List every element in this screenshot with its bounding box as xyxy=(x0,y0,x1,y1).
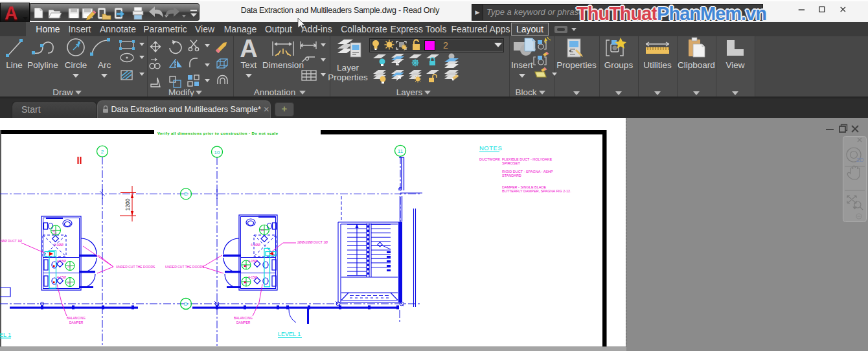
svg-text:Circle: Circle xyxy=(65,60,87,70)
svg-text:4-15Ø: 4-15Ø xyxy=(248,275,257,279)
svg-text:2Ø: 2Ø xyxy=(67,281,71,284)
svg-text:2ØØx2ØØ DUCT 1Ø: 2ØØx2ØØ DUCT 1Ø xyxy=(297,240,328,244)
svg-text:4-15Ø: 4-15Ø xyxy=(57,259,66,263)
svg-text:EL 1: EL 1 xyxy=(0,332,11,338)
svg-text:Draw: Draw xyxy=(52,87,73,96)
svg-text:BUTTERFLY DAMPER, SPAGNA FIG 2: BUTTERFLY DAMPER, SPAGNA FIG 2-12. xyxy=(502,189,571,193)
svg-text:4-15Ø: 4-15Ø xyxy=(57,275,66,279)
svg-text:Annotation: Annotation xyxy=(254,87,296,96)
svg-text:DUCTWORK: DUCTWORK xyxy=(479,157,501,161)
svg-text:Polyline: Polyline xyxy=(27,60,58,70)
svg-text:Properties: Properties xyxy=(556,60,597,70)
svg-text:2Ø: 2Ø xyxy=(67,265,71,268)
svg-text:Verify all dimensions prior to: Verify all dimensions prior to construct… xyxy=(157,131,279,135)
svg-text:SPIROSET: SPIROSET xyxy=(502,161,520,165)
svg-text:STANDARD: STANDARD xyxy=(502,174,521,177)
svg-text:1200: 1200 xyxy=(124,198,131,210)
svg-text:DAMPER: DAMPER xyxy=(236,321,251,324)
svg-text:Groups: Groups xyxy=(604,60,634,70)
svg-text:4Ø: 4Ø xyxy=(53,232,56,235)
svg-text:View: View xyxy=(725,60,744,70)
svg-text:Modify: Modify xyxy=(168,87,194,96)
svg-text:Properties: Properties xyxy=(328,73,368,82)
svg-text:BF: BF xyxy=(261,229,265,232)
svg-text:Layer: Layer xyxy=(337,63,359,73)
svg-text:2: 2 xyxy=(443,40,448,51)
svg-text:2Ø: 2Ø xyxy=(244,281,247,284)
svg-text:UNDER CUT THE DOORS: UNDER CUT THE DOORS xyxy=(165,265,205,269)
svg-text:Layers: Layers xyxy=(396,87,423,96)
svg-text:BALANCING: BALANCING xyxy=(234,316,253,320)
svg-text:2ØØ DUCT 1Ø: 2ØØ DUCT 1Ø xyxy=(0,239,22,243)
svg-text:2D: 2D xyxy=(856,157,864,163)
svg-text:Block: Block xyxy=(515,87,536,96)
svg-text:Text: Text xyxy=(241,60,257,70)
svg-text:D: D xyxy=(184,301,188,307)
svg-text:DAMPER: DAMPER xyxy=(69,321,84,324)
svg-text:4-2ØØ: 4-2ØØ xyxy=(251,243,260,247)
svg-text:UNDER CUT THE DOORS: UNDER CUT THE DOORS xyxy=(116,265,155,269)
svg-text:E: E xyxy=(184,191,187,197)
svg-text:A: A xyxy=(240,36,257,62)
svg-text:LEVEL 1: LEVEL 1 xyxy=(278,331,301,337)
svg-text:Arc: Arc xyxy=(98,60,111,70)
svg-text:2: 2 xyxy=(101,149,104,155)
svg-text:Insert: Insert xyxy=(511,60,533,70)
svg-text:Dimension: Dimension xyxy=(262,60,304,70)
svg-text:Line: Line xyxy=(6,60,23,70)
svg-text:NOTES: NOTES xyxy=(479,144,502,152)
svg-text:10: 10 xyxy=(214,150,220,155)
svg-text:Clipboard: Clipboard xyxy=(678,60,715,70)
svg-text:2Ø: 2Ø xyxy=(244,264,247,267)
svg-text:4-15Ø: 4-15Ø xyxy=(248,259,257,263)
svg-text:BALANCING: BALANCING xyxy=(67,316,86,320)
svg-text:11: 11 xyxy=(398,148,404,154)
svg-text:4-1ØØ: 4-1ØØ xyxy=(54,243,63,247)
svg-text:Utilities: Utilities xyxy=(643,60,672,70)
